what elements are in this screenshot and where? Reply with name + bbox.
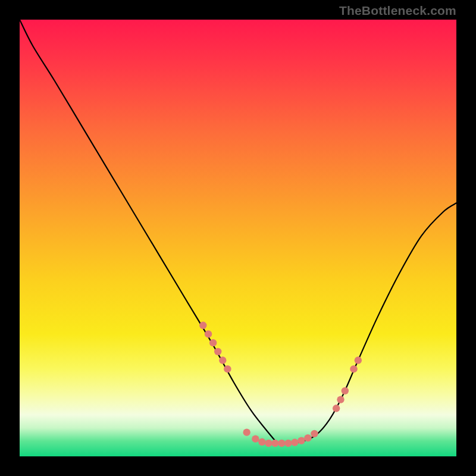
marker-point [304, 434, 311, 441]
marker-point [243, 428, 250, 436]
marker-point [258, 439, 265, 446]
left-curve-line [20, 20, 277, 443]
right-curve-line [277, 203, 456, 443]
marker-point [252, 435, 259, 442]
marker-point [333, 405, 340, 412]
marker-point [342, 387, 349, 394]
marker-point [205, 330, 212, 337]
plot-area [20, 20, 456, 456]
marker-point [355, 356, 362, 364]
marker-point [337, 396, 344, 403]
marker-point [199, 322, 206, 329]
marker-point [278, 440, 285, 447]
curves-layer [20, 20, 456, 456]
marker-group [199, 322, 362, 447]
chart-frame: TheBottleneck.com [0, 0, 476, 476]
marker-point [284, 440, 292, 447]
marker-point [224, 365, 231, 372]
watermark-text: TheBottleneck.com [339, 4, 456, 18]
marker-point [350, 365, 357, 372]
marker-point [311, 430, 318, 437]
marker-point [291, 439, 298, 446]
marker-point [271, 440, 278, 447]
marker-point [214, 348, 221, 355]
marker-point [298, 437, 305, 444]
marker-point [209, 339, 217, 346]
marker-point [265, 440, 272, 447]
marker-point [219, 356, 226, 364]
